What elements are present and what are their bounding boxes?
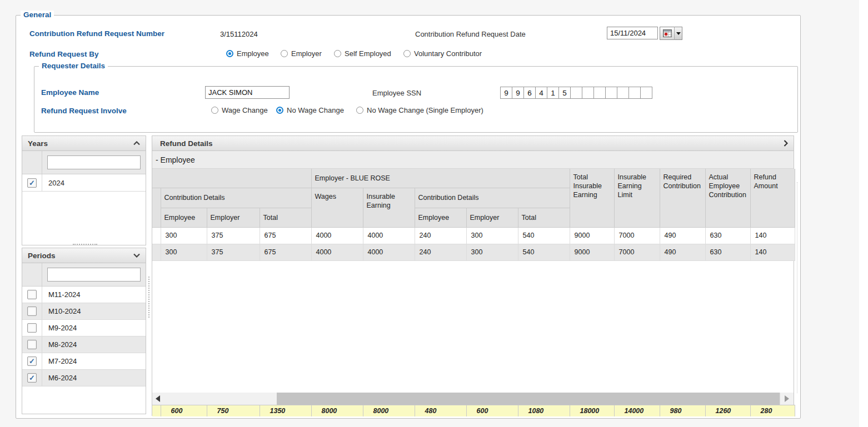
col-employer-2: Employer xyxy=(466,208,518,227)
radio-voluntary-contributor[interactable]: Voluntary Contributor xyxy=(403,49,482,58)
refund-row-1[interactable]: 3003756754000400024030054090007000490630… xyxy=(152,227,795,244)
refund-grid: Employer - BLUE ROSE Total Insurable Ear… xyxy=(152,169,795,261)
refund-cell: 7000 xyxy=(614,244,660,260)
years-checkbox-column-header xyxy=(22,151,42,174)
row-indent-cell xyxy=(152,244,161,260)
radio-wage-change-label: Wage Change xyxy=(222,106,268,114)
refund-cell: 540 xyxy=(518,244,570,260)
ssn-digit-box-5[interactable]: 1 xyxy=(547,87,559,99)
row-indent-cell xyxy=(152,227,161,244)
ssn-digit-box-8[interactable] xyxy=(582,87,594,99)
period-checkbox-m10-2024[interactable] xyxy=(27,307,37,316)
ssn-digit-box-1[interactable]: 9 xyxy=(500,87,512,99)
radio-wage-change[interactable]: Wage Change xyxy=(211,106,268,114)
periods-filter-row xyxy=(22,263,146,287)
calendar-button[interactable] xyxy=(660,27,675,40)
chevron-right-icon[interactable] xyxy=(784,140,788,147)
right-gutter xyxy=(859,0,868,427)
employee-ssn-boxes: 996415 xyxy=(500,87,652,99)
period-checkbox-cell xyxy=(22,287,42,303)
refund-cell: 240 xyxy=(415,244,466,260)
employee-name-input[interactable] xyxy=(205,86,290,99)
radio-employer[interactable]: Employer xyxy=(281,49,322,58)
period-checkbox-cell xyxy=(22,336,42,353)
contribution-refund-form: General Contribution Refund Request Numb… xyxy=(0,0,868,427)
totals-cell: 14000 xyxy=(614,405,660,416)
ssn-digit-box-3[interactable]: 6 xyxy=(523,87,536,99)
refund-cell: 675 xyxy=(260,244,311,260)
radio-no-wage-change-label: No Wage Change xyxy=(287,106,344,114)
ssn-digit-box-7[interactable] xyxy=(570,87,582,99)
refund-request-involve-label: Refund Request Involve xyxy=(41,107,127,115)
ssn-digit-box-10[interactable] xyxy=(605,87,617,99)
chevron-up-icon[interactable] xyxy=(133,141,140,145)
calendar-icon xyxy=(663,29,672,37)
year-label: 2024 xyxy=(42,174,64,191)
horizontal-scrollbar[interactable] xyxy=(152,393,794,405)
radio-no-wage-change[interactable]: No Wage Change xyxy=(276,106,344,114)
chevron-down-icon[interactable] xyxy=(133,253,140,258)
right-splitter-grip[interactable] xyxy=(797,182,797,393)
ssn-digit-box-2[interactable]: 9 xyxy=(512,87,524,99)
period-checkbox-m7-2024[interactable]: ✓ xyxy=(27,356,37,366)
panel-splitter-grip[interactable] xyxy=(148,277,149,318)
col-insurable-earning-limit: Insurable Earning Limit xyxy=(614,169,660,227)
refund-cell: 4000 xyxy=(363,244,415,260)
refund-row-2[interactable]: 3003756754000400024030054090007000490630… xyxy=(152,244,795,260)
calendar-dropdown-button[interactable] xyxy=(674,27,682,40)
request-date-input[interactable] xyxy=(607,27,658,39)
refund-cell: 300 xyxy=(161,227,207,244)
ssn-digit-box-11[interactable] xyxy=(617,87,629,99)
group-row-employee[interactable]: - Employee xyxy=(152,151,794,169)
periods-panel-title: Periods xyxy=(28,252,56,260)
period-checkbox-m9-2024[interactable] xyxy=(27,323,37,333)
period-checkbox-cell xyxy=(22,320,42,336)
period-row-m10-2024[interactable]: M10-2024 xyxy=(22,303,146,320)
period-row-m11-2024[interactable]: M11-2024 xyxy=(22,287,146,303)
period-row-m7-2024[interactable]: ✓M7-2024 xyxy=(22,353,146,370)
refund-cell: 375 xyxy=(207,227,260,244)
period-row-m6-2024[interactable]: ✓M6-2024 xyxy=(22,370,146,386)
ssn-digit-box-6[interactable]: 5 xyxy=(558,87,571,99)
refund-request-by-label: Refund Request By xyxy=(29,50,99,58)
radio-employee[interactable]: Employee xyxy=(226,49,269,58)
contribution-details-group-2: Contribution Details xyxy=(415,188,570,208)
year-checkbox-2024[interactable]: ✓ xyxy=(27,178,37,188)
ssn-digit-box-9[interactable] xyxy=(593,87,606,99)
years-resize-grip[interactable] xyxy=(73,244,97,245)
radio-no-wage-change-single-employer[interactable]: No Wage Change (Single Employer) xyxy=(356,106,483,114)
refund-grid-body: 3003756754000400024030054090007000490630… xyxy=(152,227,795,260)
periods-panel: Periods M11-2024M10-2024M9-2024M8-2024✓M… xyxy=(22,248,146,414)
radio-wage-change-icon xyxy=(211,107,218,114)
periods-list: M11-2024M10-2024M9-2024M8-2024✓M7-2024✓M… xyxy=(22,287,146,386)
radio-self-employed[interactable]: Self Employed xyxy=(334,49,391,58)
refund-cell: 300 xyxy=(466,227,518,244)
refund-details-panel: Refund Details - Employee Employer - BLU… xyxy=(152,135,794,416)
radio-self-employed-icon xyxy=(334,50,341,57)
ssn-digit-box-4[interactable]: 4 xyxy=(535,87,547,99)
period-checkbox-m6-2024[interactable]: ✓ xyxy=(27,373,37,383)
scroll-right-arrow[interactable] xyxy=(780,393,794,405)
radio-voluntary-contributor-icon xyxy=(403,50,411,57)
scrollbar-thumb[interactable] xyxy=(277,393,780,405)
scroll-left-icon xyxy=(156,395,160,402)
period-row-m9-2024[interactable]: M9-2024 xyxy=(22,320,146,336)
year-row-2024[interactable]: ✓2024 xyxy=(22,174,146,192)
ssn-digit-box-13[interactable] xyxy=(640,87,652,99)
employee-ssn-label: Employee SSN xyxy=(372,89,421,97)
general-fieldset: General Contribution Refund Request Numb… xyxy=(16,15,801,419)
ssn-digit-box-12[interactable] xyxy=(628,87,641,99)
totals-cell: 8000 xyxy=(311,405,363,416)
years-filter-input[interactable] xyxy=(47,155,141,169)
scroll-left-arrow[interactable] xyxy=(153,393,162,405)
periods-filter-input[interactable] xyxy=(47,268,141,282)
period-checkbox-m8-2024[interactable] xyxy=(27,340,37,349)
col-employee-1: Employee xyxy=(161,208,207,227)
refund-cell: 4000 xyxy=(311,227,363,244)
refund-cell: 630 xyxy=(705,244,750,260)
period-label: M9-2024 xyxy=(42,320,77,336)
period-row-m8-2024[interactable]: M8-2024 xyxy=(22,336,146,353)
period-checkbox-m11-2024[interactable] xyxy=(27,290,37,299)
request-number-label: Contribution Refund Request Number xyxy=(29,29,164,38)
totals-row: 6007501350800080004806001080180001400098… xyxy=(152,405,795,416)
